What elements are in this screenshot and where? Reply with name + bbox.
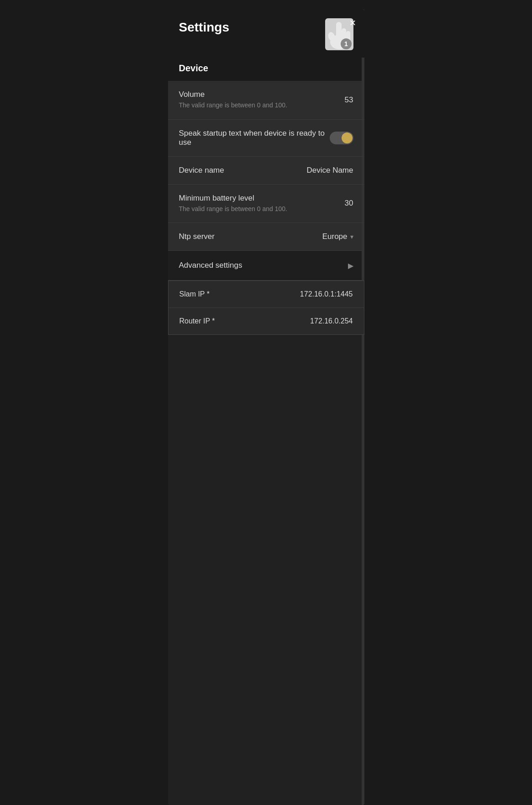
speak-startup-label: Speak startup text when device is ready … [179, 129, 330, 147]
device-name-row[interactable]: ④ Device name Device Name [168, 157, 364, 185]
speak-startup-label-group: Speak startup text when device is ready … [179, 129, 330, 147]
app-container: Settings [157, 0, 376, 805]
advanced-settings-label: Advanced settings [179, 261, 242, 270]
router-ip-label: Router IP * [179, 317, 215, 325]
close-button[interactable]: × [348, 16, 358, 30]
min-battery-label-group: Minimum battery level The valid range is… [179, 194, 337, 214]
slam-ip-value: 172.16.0.1:1445 [300, 290, 353, 298]
min-battery-sublabel: The valid range is between 0 and 100. [179, 205, 289, 214]
device-name-value: Device Name [306, 166, 353, 175]
settings-section: ② Volume The valid range is between 0 an… [168, 81, 364, 250]
device-section-title: Device [179, 63, 353, 74]
volume-row: ② Volume The valid range is between 0 an… [168, 81, 364, 120]
ntp-server-label-group: Ntp server [179, 232, 322, 241]
slam-ip-row[interactable]: Slam IP * 172.16.0.1:1445 [169, 281, 364, 308]
min-battery-label: Minimum battery level [179, 194, 337, 203]
min-battery-row: ⑤ Minimum battery level The valid range … [168, 185, 364, 223]
router-ip-value: 172.16.0.254 [310, 317, 353, 325]
speak-startup-toggle-container[interactable] [330, 132, 353, 144]
toggle-thumb [342, 132, 353, 143]
chevron-right-icon: ▶ [348, 261, 353, 270]
volume-value: 53 [345, 95, 353, 105]
speak-startup-toggle[interactable] [330, 132, 353, 144]
min-battery-value: 30 [345, 199, 353, 208]
slam-ip-label: Slam IP * [179, 290, 210, 298]
volume-label: Volume [179, 90, 337, 99]
toggle-track [330, 132, 353, 144]
ip-section: ⑦ Slam IP * 172.16.0.1:1445 Router IP * … [168, 281, 364, 335]
advanced-settings-row[interactable]: Advanced settings ▶ [168, 250, 364, 281]
ntp-server-dropdown[interactable]: Europe ▾ [322, 232, 353, 241]
device-name-label-group: Device name [179, 166, 300, 175]
svg-rect-2 [336, 22, 342, 38]
page-title: Settings [179, 20, 229, 35]
device-section-header: Device [168, 58, 364, 81]
chevron-down-icon: ▾ [350, 233, 353, 240]
ntp-server-value: Europe [322, 232, 348, 241]
header: Settings [168, 9, 364, 58]
device-name-label: Device name [179, 166, 300, 175]
settings-panel: Settings [168, 9, 364, 805]
volume-sublabel: The valid range is between 0 and 100. [179, 101, 289, 110]
router-ip-row[interactable]: Router IP * 172.16.0.254 [169, 308, 364, 334]
header-title-group: Settings [179, 18, 229, 35]
ntp-server-row[interactable]: ⑥ Ntp server Europe ▾ [168, 223, 364, 250]
svg-text:1: 1 [344, 40, 348, 48]
volume-label-group: Volume The valid range is between 0 and … [179, 90, 337, 110]
ntp-server-label: Ntp server [179, 232, 322, 241]
speak-startup-row: ③ Speak startup text when device is read… [168, 120, 364, 157]
